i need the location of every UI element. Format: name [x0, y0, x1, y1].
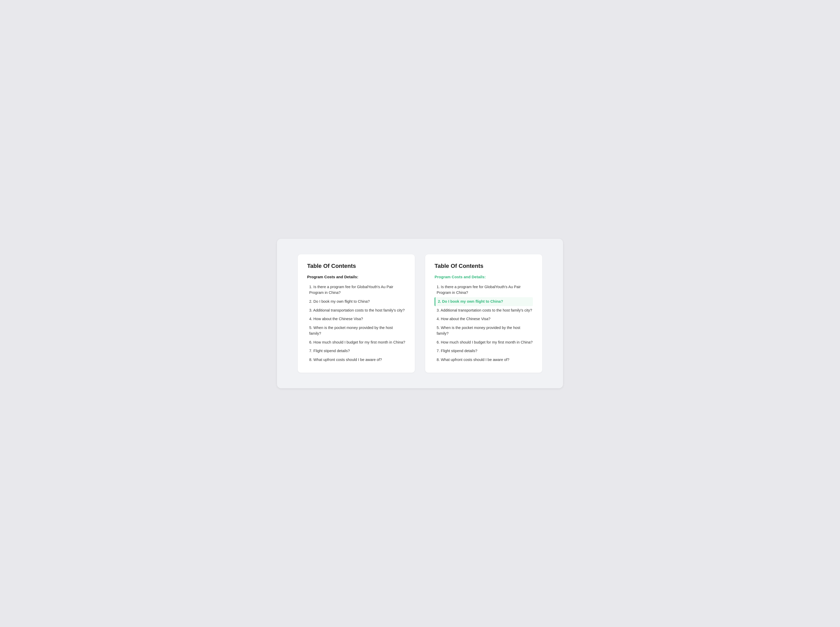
- list-item[interactable]: 6. How much should I budget for my first…: [435, 338, 533, 347]
- left-toc-title: Table Of Contents: [307, 263, 405, 269]
- list-item[interactable]: 7. Flight stipend details?: [307, 347, 405, 356]
- right-toc-title: Table Of Contents: [435, 263, 533, 269]
- list-item[interactable]: 8. What upfront costs should I be aware …: [435, 356, 533, 364]
- list-item[interactable]: 1. Is there a program fee for GlobalYout…: [435, 283, 533, 297]
- list-item[interactable]: 3. Additional transportation costs to th…: [435, 306, 533, 315]
- list-item[interactable]: 6. How much should I budget for my first…: [307, 338, 405, 347]
- list-item[interactable]: 4. How about the Chinese Visa?: [307, 315, 405, 323]
- list-item[interactable]: 5. When is the pocket money provided by …: [307, 323, 405, 338]
- left-toc-card: Table Of Contents Program Costs and Deta…: [298, 254, 415, 373]
- left-toc-items: 1. Is there a program fee for GlobalYout…: [307, 283, 405, 364]
- right-section-heading: Program Costs and Details:: [435, 275, 533, 279]
- list-item[interactable]: 5. When is the pocket money provided by …: [435, 323, 533, 338]
- left-section-heading: Program Costs and Details:: [307, 275, 405, 279]
- right-toc-items: 1. Is there a program fee for GlobalYout…: [435, 283, 533, 364]
- list-item[interactable]: 8. What upfront costs should I be aware …: [307, 356, 405, 364]
- list-item[interactable]: 7. Flight stipend details?: [435, 347, 533, 356]
- right-toc-card: Table Of Contents Program Costs and Deta…: [425, 254, 542, 373]
- list-item[interactable]: 3. Additional transportation costs to th…: [307, 306, 405, 315]
- list-item[interactable]: 1. Is there a program fee for GlobalYout…: [307, 283, 405, 297]
- list-item-active[interactable]: 2. Do I book my own flight to China?: [435, 297, 533, 306]
- list-item[interactable]: 2. Do I book my own flight to China?: [307, 297, 405, 306]
- list-item[interactable]: 4. How about the Chinese Visa?: [435, 315, 533, 323]
- main-container: Table Of Contents Program Costs and Deta…: [277, 239, 563, 388]
